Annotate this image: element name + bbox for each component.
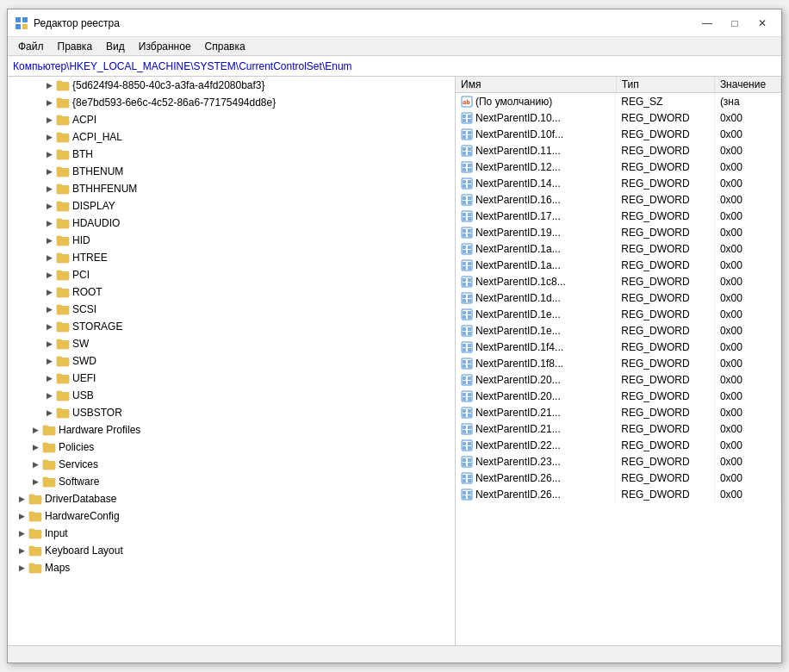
tree-arrow-driverdb[interactable] [15, 492, 28, 506]
table-row[interactable]: NextParentID.19...REG_DWORD0x00 [456, 224, 781, 240]
registry-values[interactable]: Имя Тип Значение ab (По умолчанию)REG_SZ… [456, 77, 781, 645]
table-row[interactable]: NextParentID.1d...REG_DWORD0x00 [456, 289, 781, 306]
table-row[interactable]: NextParentID.1c8...REG_DWORD0x00 [456, 273, 781, 289]
tree-item-swd[interactable]: SWD [8, 352, 455, 370]
tree-item-software[interactable]: Software [8, 473, 455, 490]
tree-item-pci[interactable]: PCI [8, 266, 455, 283]
table-row[interactable]: NextParentID.21...REG_DWORD0x00 [456, 420, 781, 437]
tree-item-scsi[interactable]: SCSI [8, 301, 455, 318]
table-row[interactable]: NextParentID.1e...REG_DWORD0x00 [456, 306, 781, 322]
table-row[interactable]: NextParentID.17...REG_DWORD0x00 [456, 208, 781, 224]
tree-item-usb[interactable]: USB [8, 387, 455, 404]
table-row[interactable]: NextParentID.23...REG_DWORD0x00 [456, 453, 781, 470]
table-row[interactable]: NextParentID.11...REG_DWORD0x00 [456, 142, 781, 159]
reg-type-cell: REG_DWORD [616, 273, 714, 289]
tree-arrow-root[interactable] [42, 285, 56, 299]
tree-item-hid[interactable]: HID [8, 232, 455, 249]
tree-arrow-usbstor[interactable] [42, 406, 56, 420]
tree-arrow-hid[interactable] [42, 233, 56, 247]
table-row[interactable]: NextParentID.16...REG_DWORD0x00 [456, 191, 781, 208]
tree-item-bth[interactable]: BTH [8, 146, 455, 163]
table-row[interactable]: NextParentID.10...REG_DWORD0x00 [456, 109, 781, 126]
table-row[interactable]: NextParentID.26...REG_DWORD0x00 [456, 470, 781, 486]
reg-value-cell: 0x00 [714, 191, 780, 208]
menu-item-вид[interactable]: Вид [99, 39, 132, 54]
tree-arrow-services[interactable] [28, 457, 42, 471]
tree-arrow-storage[interactable] [42, 320, 56, 333]
menu-item-правка[interactable]: Правка [51, 39, 100, 54]
col-name[interactable]: Имя [456, 77, 616, 93]
tree-item-driverdb[interactable]: DriverDatabase [8, 490, 455, 507]
tree-arrow-acpi_hal[interactable] [42, 130, 56, 144]
menu-item-справка[interactable]: Справка [198, 39, 252, 54]
tree-item-kblayout[interactable]: Keyboard Layout [8, 542, 455, 559]
maximize-button[interactable]: □ [723, 15, 747, 32]
tree-arrow-display[interactable] [42, 199, 56, 213]
tree-item-acpi[interactable]: ACPI [8, 111, 455, 128]
table-row[interactable]: NextParentID.1a...REG_DWORD0x00 [456, 257, 781, 273]
tree-arrow-usb[interactable] [42, 389, 56, 402]
tree-arrow-kblayout[interactable] [15, 544, 28, 557]
close-button[interactable]: ✕ [750, 15, 774, 32]
menu-item-избранное[interactable]: Избранное [132, 39, 198, 54]
tree-arrow-hwconfig[interactable] [15, 509, 28, 523]
tree-item-acpi_hal[interactable]: ACPI_HAL [8, 128, 455, 146]
tree-item-hwconfig[interactable]: HardwareConfig [8, 507, 455, 525]
table-row[interactable]: NextParentID.22...REG_DWORD0x00 [456, 437, 781, 453]
tree-item-bthenum[interactable]: BTHENUM [8, 163, 455, 180]
col-value[interactable]: Значение [714, 77, 780, 93]
tree-arrow-uefi[interactable] [42, 371, 56, 385]
tree-arrow-htree[interactable] [42, 251, 56, 264]
tree-item-htree[interactable]: HTREE [8, 249, 455, 266]
tree-item-guid1[interactable]: {5d624f94-8850-40c3-a3fa-a4fd2080baf3} [8, 77, 455, 94]
table-row[interactable]: NextParentID.10f...REG_DWORD0x00 [456, 126, 781, 142]
tree-item-policies[interactable]: Policies [8, 439, 455, 456]
col-type[interactable]: Тип [616, 77, 714, 93]
tree-arrow-bthhfenum[interactable] [42, 182, 56, 196]
tree-arrow-swd[interactable] [42, 354, 56, 368]
table-row[interactable]: NextParentID.1e...REG_DWORD0x00 [456, 322, 781, 339]
tree-arrow-hwprofiles[interactable] [28, 423, 42, 437]
tree-arrow-guid1[interactable] [42, 78, 56, 92]
table-row[interactable]: NextParentID.20...REG_DWORD0x00 [456, 388, 781, 404]
tree-arrow-pci[interactable] [42, 268, 56, 282]
tree-item-display[interactable]: DISPLAY [8, 197, 455, 215]
reg-type-cell: REG_DWORD [616, 159, 714, 175]
tree-item-services[interactable]: Services [8, 456, 455, 473]
reg-icon [461, 488, 473, 501]
tree-arrow-scsi[interactable] [42, 302, 56, 316]
table-row[interactable]: NextParentID.1f4...REG_DWORD0x00 [456, 339, 781, 355]
tree-item-hwprofiles[interactable]: Hardware Profiles [8, 421, 455, 439]
tree-arrow-guid2[interactable] [42, 96, 56, 109]
tree-item-hdaudio[interactable]: HDAUDIO [8, 215, 455, 232]
table-row[interactable]: NextParentID.12...REG_DWORD0x00 [456, 159, 781, 175]
tree-item-usbstor[interactable]: USBSTOR [8, 404, 455, 421]
tree-arrow-bthenum[interactable] [42, 165, 56, 178]
tree-arrow-software[interactable] [28, 475, 42, 488]
tree-arrow-hdaudio[interactable] [42, 216, 56, 230]
tree-arrow-sw[interactable] [42, 337, 56, 351]
registry-tree[interactable]: {5d624f94-8850-40c3-a3fa-a4fd2080baf3} {… [8, 77, 456, 645]
table-row[interactable]: NextParentID.21...REG_DWORD0x00 [456, 404, 781, 420]
tree-arrow-input[interactable] [15, 526, 28, 540]
menu-item-файл[interactable]: Файл [11, 39, 51, 54]
tree-arrow-bth[interactable] [42, 147, 56, 161]
tree-item-input[interactable]: Input [8, 525, 455, 542]
tree-item-bthhfenum[interactable]: BTHHFENUM [8, 180, 455, 197]
tree-item-storage[interactable]: STORAGE [8, 318, 455, 335]
tree-item-uefi[interactable]: UEFI [8, 370, 455, 387]
table-row[interactable]: NextParentID.1f8...REG_DWORD0x00 [456, 355, 781, 371]
tree-arrow-maps[interactable] [15, 561, 28, 575]
tree-arrow-policies[interactable] [28, 440, 42, 454]
table-row[interactable]: NextParentID.14...REG_DWORD0x00 [456, 175, 781, 191]
tree-item-sw[interactable]: SW [8, 335, 455, 352]
table-row[interactable]: NextParentID.20...REG_DWORD0x00 [456, 371, 781, 388]
tree-item-maps[interactable]: Maps [8, 559, 455, 576]
tree-item-guid2[interactable]: {8e7bd593-6e6c-4c52-86a6-77175494dd8e} [8, 94, 455, 111]
table-row[interactable]: NextParentID.26...REG_DWORD0x00 [456, 486, 781, 502]
table-row[interactable]: ab (По умолчанию)REG_SZ(зна [456, 93, 781, 110]
tree-arrow-acpi[interactable] [42, 113, 56, 127]
minimize-button[interactable]: — [695, 15, 719, 32]
tree-item-root[interactable]: ROOT [8, 283, 455, 301]
table-row[interactable]: NextParentID.1a...REG_DWORD0x00 [456, 240, 781, 257]
